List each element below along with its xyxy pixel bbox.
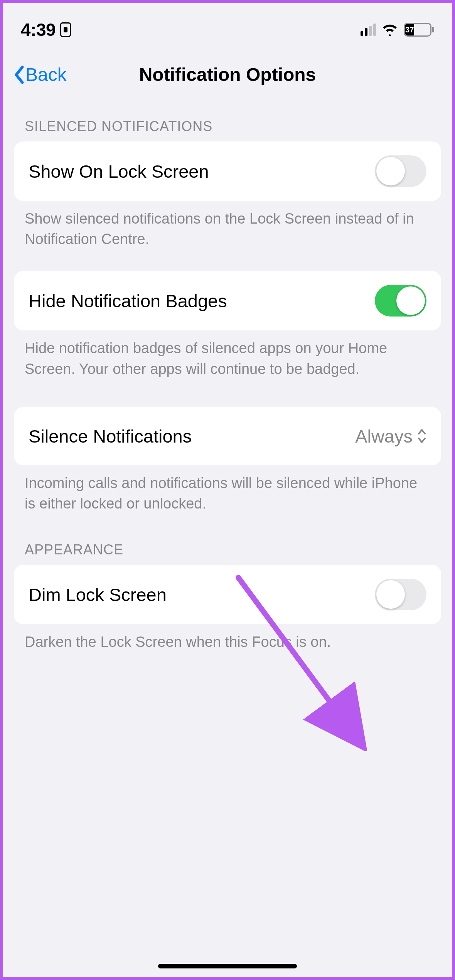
content: SILENCED NOTIFICATIONS Show On Lock Scre…	[3, 101, 452, 652]
chevron-left-icon	[14, 66, 25, 84]
row-hide-notification-badges[interactable]: Hide Notification Badges	[14, 271, 441, 330]
status-right: 37	[361, 23, 434, 37]
back-label: Back	[25, 64, 67, 85]
clock: 4:39	[21, 19, 56, 40]
toggle-show-on-lock-screen[interactable]	[375, 155, 426, 187]
row-label: Show On Lock Screen	[29, 161, 209, 182]
status-bar: 4:39 37	[3, 3, 452, 49]
toggle-hide-notification-badges[interactable]	[375, 285, 426, 317]
home-indicator[interactable]	[158, 964, 297, 968]
footer-show-on-lock-screen: Show silenced notifications on the Lock …	[14, 201, 441, 249]
cellular-signal-icon	[361, 24, 376, 36]
silence-notifications-value[interactable]: Always	[355, 426, 426, 447]
battery-percent: 37	[405, 25, 414, 34]
status-left: 4:39	[21, 19, 71, 40]
up-down-chevron-icon	[417, 428, 426, 444]
row-silence-notifications[interactable]: Silence Notifications Always	[14, 407, 441, 465]
section-header-appearance: APPEARANCE	[14, 514, 441, 565]
row-label: Hide Notification Badges	[29, 290, 227, 312]
back-button[interactable]: Back	[14, 64, 67, 85]
footer-dim-lock: Darken the Lock Screen when this Focus i…	[14, 624, 441, 652]
row-label: Silence Notifications	[29, 426, 192, 447]
section-header-silenced: SILENCED NOTIFICATIONS	[14, 101, 441, 141]
select-value: Always	[355, 426, 413, 447]
toggle-dim-lock-screen[interactable]	[375, 579, 426, 610]
wifi-icon	[381, 24, 398, 36]
footer-hide-badges: Hide notification badges of silenced app…	[14, 330, 441, 379]
row-show-on-lock-screen[interactable]: Show On Lock Screen	[14, 141, 441, 201]
row-label: Dim Lock Screen	[29, 584, 167, 605]
page-title: Notification Options	[139, 64, 316, 85]
navbar: Back Notification Options	[3, 49, 452, 101]
battery-level: 37	[405, 24, 414, 35]
battery-icon: 37	[404, 23, 434, 37]
row-dim-lock-screen[interactable]: Dim Lock Screen	[14, 565, 441, 624]
app-frame: 4:39 37	[3, 3, 452, 977]
sim-card-icon	[60, 22, 71, 37]
footer-silence: Incoming calls and notifications will be…	[14, 465, 441, 514]
